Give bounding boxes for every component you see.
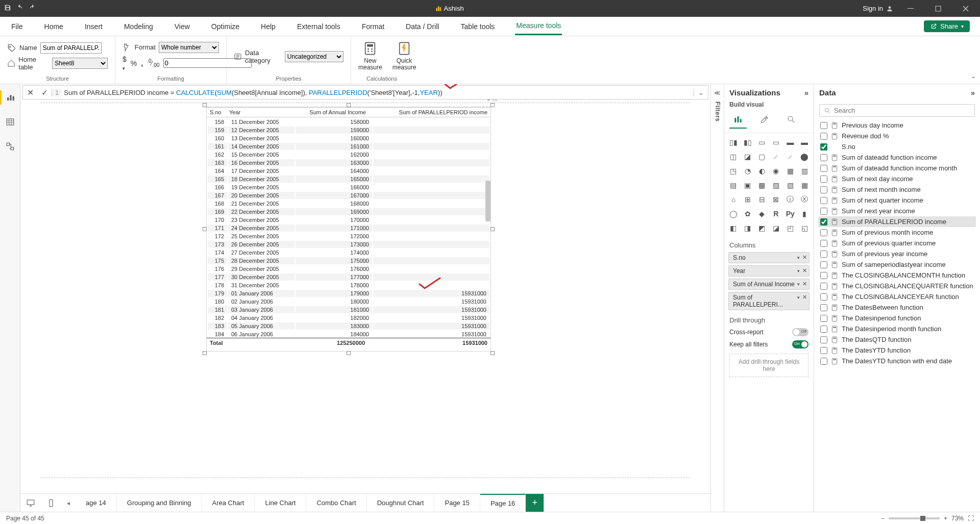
field-checkbox[interactable] — [820, 261, 827, 268]
field-checkbox[interactable] — [820, 272, 827, 279]
maximize-button[interactable] — [928, 0, 948, 17]
table-row[interactable]: 16013 December 2005160000 — [208, 135, 489, 142]
table-row[interactable]: 17023 December 2005170000 — [208, 216, 489, 223]
chevron-down-icon[interactable]: ▾ — [797, 295, 800, 300]
viz-type-41[interactable]: ◱ — [798, 222, 811, 234]
viz-type-33[interactable]: R — [770, 208, 782, 220]
field-13[interactable]: Sum of sameperiodlastyear income — [818, 259, 976, 270]
field-1[interactable]: Revenue dod % — [818, 131, 976, 141]
viz-type-23[interactable]: ▦ — [798, 179, 811, 191]
viz-type-9[interactable]: ⟋ — [770, 151, 782, 163]
field-17[interactable]: The DatesBetween function — [818, 302, 976, 313]
signin-button[interactable]: Sign in — [863, 5, 893, 12]
field-6[interactable]: Sum of next month income — [818, 184, 976, 195]
format-visual-tab[interactable] — [756, 111, 773, 129]
viz-type-26[interactable]: ⊟ — [756, 193, 768, 206]
field-checkbox[interactable] — [820, 229, 827, 236]
viz-type-11[interactable]: ⬤ — [798, 151, 811, 163]
table-row[interactable]: 16114 December 2005161000 — [208, 143, 489, 150]
quick-measure-button[interactable]: Quick measure — [393, 41, 416, 71]
viz-type-16[interactable]: ▦ — [784, 165, 796, 177]
page-prev-icon[interactable]: ◂ — [61, 500, 76, 507]
filters-pane-collapsed[interactable]: ≪ Filters — [710, 84, 724, 512]
field-0[interactable]: Previous day income — [818, 120, 976, 131]
new-measure-button[interactable]: New measure — [358, 41, 382, 71]
table-row[interactable]: 15912 December 2005159000 — [208, 127, 489, 134]
tab-optimize[interactable]: Optimize — [210, 18, 240, 35]
formula-bar[interactable]: ✕ ✓ 1 Sum of PARALLELPERIOD income = CAL… — [22, 85, 708, 99]
page-tab-15[interactable]: Page 15 — [434, 494, 480, 512]
col-annual[interactable]: Sum of Annual Income — [292, 108, 369, 117]
viz-type-2[interactable]: ▭ — [756, 136, 768, 148]
keep-filters-toggle[interactable]: On — [792, 340, 808, 348]
tab-file[interactable]: File — [10, 18, 24, 35]
zoom-out-icon[interactable]: − — [881, 515, 885, 522]
chevron-down-icon[interactable]: ▾ — [797, 255, 800, 260]
visual-more-icon[interactable]: ⋯ — [499, 99, 505, 102]
table-row[interactable]: 18103 January 200618100015931000 — [208, 306, 489, 313]
tab-measure-tools[interactable]: Measure tools — [515, 17, 562, 35]
field-checkbox[interactable] — [820, 347, 827, 354]
viz-type-3[interactable]: ▭ — [770, 136, 782, 148]
field-3[interactable]: Sum of dateadd function income — [818, 152, 976, 163]
tab-insert[interactable]: Insert — [84, 18, 104, 35]
field-checkbox[interactable] — [820, 176, 827, 183]
field-checkbox[interactable] — [820, 336, 827, 343]
viz-type-34[interactable]: Py — [784, 208, 796, 220]
field-checkbox[interactable] — [820, 326, 827, 333]
viz-type-37[interactable]: ◨ — [742, 222, 754, 234]
viz-type-4[interactable]: ▬ — [784, 136, 796, 148]
tab-help[interactable]: Help — [260, 18, 277, 35]
table-row[interactable]: 17629 December 2005176000 — [208, 265, 489, 272]
page-tab-grouping[interactable]: Grouping and Binning — [117, 494, 202, 512]
field-7[interactable]: Sum of next quarter income — [818, 195, 976, 206]
name-input[interactable] — [40, 42, 102, 54]
formula-text[interactable]: Sum of PARALLELPERIOD income = CALCULATE… — [62, 89, 694, 96]
table-row[interactable]: 16215 December 2005162000 — [208, 151, 489, 158]
field-4[interactable]: Sum of dateadd function income month — [818, 163, 976, 173]
chevron-down-icon[interactable]: ▾ — [797, 268, 800, 273]
field-14[interactable]: The CLOSINGBALANCEMONTH function — [818, 270, 976, 281]
viz-type-7[interactable]: ◪ — [742, 151, 754, 163]
field-checkbox[interactable] — [820, 358, 827, 365]
tab-home[interactable]: Home — [43, 18, 64, 35]
zoom-slider[interactable] — [889, 517, 940, 519]
add-page-button[interactable]: + — [526, 494, 544, 512]
filters-expand-icon[interactable]: ≪ — [714, 89, 721, 96]
data-view-icon[interactable] — [3, 115, 17, 129]
field-checkbox[interactable] — [820, 122, 827, 129]
field-checkbox[interactable] — [820, 186, 827, 193]
field-checkbox[interactable] — [820, 293, 827, 301]
field-checkbox[interactable] — [820, 165, 827, 172]
field-18[interactable]: The Datesinperiod function — [818, 313, 976, 323]
tab-table-tools[interactable]: Table tools — [459, 18, 496, 35]
field-checkbox[interactable] — [820, 197, 827, 204]
field-checkbox[interactable] — [820, 143, 827, 151]
table-row[interactable]: 16821 December 2005168000 — [208, 200, 489, 207]
field-12[interactable]: Sum of previous year income — [818, 248, 976, 259]
tab-data-drill[interactable]: Data / Drill — [405, 18, 440, 35]
field-checkbox[interactable] — [820, 133, 827, 140]
table-row[interactable]: 17225 December 2005172000 — [208, 233, 489, 240]
field-8[interactable]: Sum of next year income — [818, 206, 976, 216]
viz-type-10[interactable]: ⟋ — [784, 151, 796, 163]
remove-field-icon[interactable]: ✕ — [802, 267, 807, 274]
share-button[interactable]: Share▾ — [924, 20, 970, 32]
remove-field-icon[interactable]: ✕ — [802, 254, 807, 261]
table-row[interactable]: 17326 December 2005173000 — [208, 241, 489, 248]
viz-type-8[interactable]: ▢ — [756, 151, 768, 163]
field-pill-year[interactable]: Year▾✕ — [728, 265, 810, 277]
viz-type-25[interactable]: ⊞ — [742, 193, 754, 206]
field-5[interactable]: Sum of next day income — [818, 173, 976, 184]
viz-type-13[interactable]: ◔ — [742, 165, 754, 177]
viz-type-36[interactable]: ◧ — [727, 222, 740, 234]
report-canvas[interactable]: �⿻ ⋯ S.no Year Sum of Annual Income Sum … — [20, 99, 710, 493]
field-pill-annual[interactable]: Sum of Annual Income▾✕ — [728, 279, 810, 290]
tab-modeling[interactable]: Modeling — [123, 18, 154, 35]
viz-type-30[interactable]: ◯ — [727, 208, 740, 220]
report-view-icon[interactable] — [0, 90, 20, 105]
ribbon-collapse-icon[interactable]: ⌃ — [971, 76, 976, 83]
zoom-in-icon[interactable]: + — [944, 515, 947, 522]
table-row[interactable]: 18002 January 200618000015931000 — [208, 298, 489, 305]
table-row[interactable]: 17730 December 2005177000 — [208, 273, 489, 281]
